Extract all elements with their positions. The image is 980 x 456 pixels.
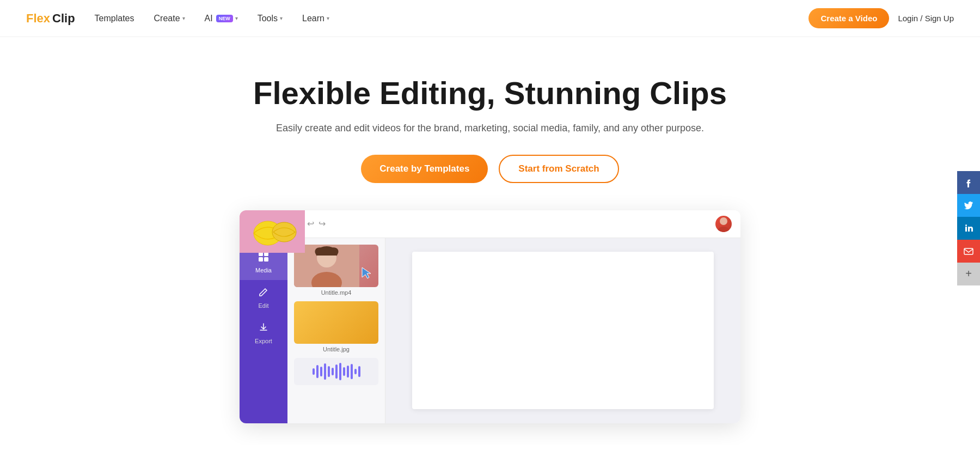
email-share-button[interactable] xyxy=(957,240,980,263)
undo-button[interactable]: ↩ xyxy=(307,218,314,229)
social-sidebar: + xyxy=(957,171,980,285)
chevron-down-icon-ai: ▾ xyxy=(235,15,238,21)
ai-new-badge: NEW xyxy=(216,15,233,22)
svg-rect-8 xyxy=(259,257,263,262)
canvas-workspace[interactable] xyxy=(412,252,714,409)
create-by-templates-button[interactable]: Create by Templates xyxy=(361,155,488,183)
media-icon xyxy=(258,251,269,265)
image-thumbnail xyxy=(294,301,378,344)
svg-marker-13 xyxy=(362,267,371,278)
video-thumbnail xyxy=(294,245,378,287)
login-button[interactable]: Login / Sign Up xyxy=(898,14,954,23)
media-panel: Untitle.mp4 xyxy=(287,238,385,423)
redo-button[interactable]: ↪ xyxy=(318,218,326,229)
nav-ai[interactable]: AI NEW ▾ xyxy=(205,14,238,23)
edit-icon xyxy=(258,287,269,300)
nav-templates[interactable]: Templates xyxy=(95,14,134,23)
cursor-pointer-icon xyxy=(361,266,372,282)
lemon-thumbnail-image xyxy=(287,238,305,253)
app-preview: FlexClip ↩ ↪ xyxy=(240,210,740,423)
nav-left: FlexClip Templates Create ▾ AI NEW ▾ Too… xyxy=(26,11,329,26)
image-filename: Untitle.jpg xyxy=(294,346,378,352)
more-share-button[interactable]: + xyxy=(957,263,980,285)
avatar-image xyxy=(715,216,732,232)
nav-learn[interactable]: Learn ▾ xyxy=(302,14,329,23)
export-label: Export xyxy=(255,338,272,344)
logo: FlexClip xyxy=(26,11,75,26)
media-item-video[interactable]: Untitle.mp4 xyxy=(294,245,378,296)
facebook-share-button[interactable] xyxy=(957,171,980,194)
undo-redo-controls: ↩ ↪ xyxy=(307,218,326,229)
chevron-down-icon: ▾ xyxy=(182,15,185,21)
app-canvas xyxy=(385,238,740,423)
linkedin-icon xyxy=(964,223,973,233)
mouse-cursor-icon xyxy=(361,266,372,279)
svg-point-4 xyxy=(720,217,727,225)
nav-right: Create a Video Login / Sign Up xyxy=(808,8,954,28)
email-icon xyxy=(964,246,973,256)
edit-label: Edit xyxy=(259,302,269,309)
linkedin-share-button[interactable] xyxy=(957,217,980,240)
export-arrow-icon xyxy=(258,322,269,333)
media-label: Media xyxy=(255,267,272,273)
audio-waveform xyxy=(313,363,360,380)
hero-title: Flexible Editing, Stunning Clips xyxy=(11,75,969,112)
user-avatar-icon xyxy=(715,216,732,232)
start-from-scratch-button[interactable]: Start from Scratch xyxy=(499,155,618,183)
svg-rect-9 xyxy=(264,257,268,262)
avatar xyxy=(715,216,732,232)
hero-subtitle: Easily create and edit videos for the br… xyxy=(11,123,969,134)
nav-create[interactable]: Create ▾ xyxy=(154,14,185,23)
export-icon xyxy=(258,322,269,336)
create-video-button[interactable]: Create a Video xyxy=(808,8,889,28)
sidebar-item-export[interactable]: Export xyxy=(240,315,287,351)
svg-rect-18 xyxy=(964,248,973,254)
sidebar-item-edit[interactable]: Edit xyxy=(240,280,287,315)
chevron-down-icon-tools: ▾ xyxy=(280,15,283,21)
svg-point-5 xyxy=(718,227,730,232)
media-item-audio[interactable] xyxy=(294,358,378,385)
app-body: Media Edit Export xyxy=(240,238,740,423)
chevron-down-icon-learn: ▾ xyxy=(327,15,329,21)
facebook-icon xyxy=(964,178,973,187)
app-topbar: FlexClip ↩ ↪ xyxy=(240,210,740,238)
hero-buttons: Create by Templates Start from Scratch xyxy=(11,155,969,183)
media-grid-icon xyxy=(258,251,269,262)
video-filename: Untitle.mp4 xyxy=(294,289,378,296)
hero-section: Flexible Editing, Stunning Clips Easily … xyxy=(0,37,980,445)
twitter-icon xyxy=(964,200,973,210)
plus-icon: + xyxy=(965,267,972,280)
navbar: FlexClip Templates Create ▾ AI NEW ▾ Too… xyxy=(0,0,980,37)
media-item-image[interactable]: Untitle.jpg xyxy=(294,301,378,352)
twitter-share-button[interactable] xyxy=(957,194,980,217)
app-sidebar: Media Edit Export xyxy=(240,238,287,423)
edit-pencil-icon xyxy=(258,287,269,297)
nav-tools[interactable]: Tools ▾ xyxy=(258,14,283,23)
